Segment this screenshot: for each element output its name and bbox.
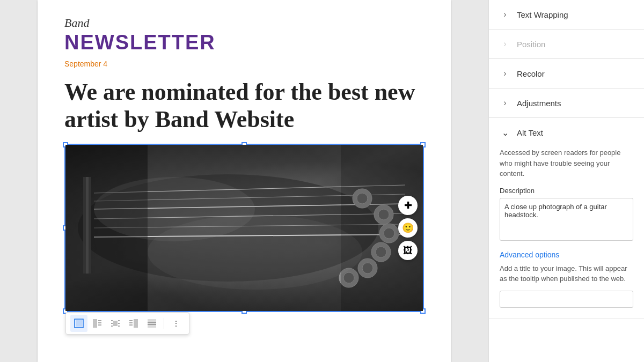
wrap-right-button[interactable] <box>125 315 142 332</box>
wrap-left-button[interactable] <box>89 315 106 332</box>
alt-text-header[interactable]: ⌄ Alt Text <box>489 118 644 147</box>
article-headline: We are nominated for the best new artist… <box>64 79 424 133</box>
recolor-label: Recolor <box>517 69 545 78</box>
band-block-title: NEWSLETTER <box>64 31 424 54</box>
text-wrapping-section: › Text Wrapping <box>489 0 644 29</box>
text-wrapping-header[interactable]: › Text Wrapping <box>489 0 644 29</box>
add-action-button[interactable]: ✚ <box>398 196 418 215</box>
adjustments-header[interactable]: › Adjustments <box>489 88 644 117</box>
band-script-title: Band <box>64 16 424 30</box>
description-textarea[interactable]: A close up photograph of a guitar headst… <box>500 198 633 241</box>
wrap-center-button[interactable] <box>107 315 124 332</box>
emoji-action-button[interactable]: 🙂 <box>398 218 418 238</box>
svg-point-27 <box>148 215 362 290</box>
position-section: › Position <box>489 29 644 59</box>
recolor-chevron-icon: › <box>500 69 510 78</box>
image-action-button[interactable]: 🖼 <box>398 241 418 260</box>
image-action-buttons: ✚ 🙂 🖼 <box>398 196 418 260</box>
alt-text-label: Alt Text <box>517 128 543 137</box>
toolbar-divider <box>164 318 164 329</box>
date-label: September 4 <box>64 60 424 68</box>
advanced-options-link[interactable]: Advanced options <box>500 250 633 259</box>
svg-rect-29 <box>76 320 82 327</box>
guitar-image: ✚ 🙂 🖼 <box>65 145 423 311</box>
recolor-header[interactable]: › Recolor <box>489 59 644 88</box>
alt-text-section: ⌄ Alt Text Accessed by screen readers fo… <box>489 118 644 319</box>
svg-rect-45 <box>148 319 156 328</box>
more-icon: ⋮ <box>172 319 180 328</box>
adjustments-chevron-icon: › <box>500 98 510 108</box>
adjustments-section: › Adjustments <box>489 88 644 118</box>
description-field-label: Description <box>500 187 633 195</box>
text-wrapping-label: Text Wrapping <box>517 10 568 19</box>
wrap-break-button[interactable] <box>143 315 160 332</box>
alt-text-description: Accessed by screen readers for people wh… <box>500 147 633 179</box>
text-wrapping-chevron-icon: › <box>500 10 510 19</box>
svg-rect-34 <box>113 321 118 326</box>
right-panel: › Text Wrapping › Position › Recolor › A… <box>488 0 644 362</box>
svg-rect-30 <box>93 319 97 328</box>
emoji-icon: 🙂 <box>402 222 414 234</box>
advanced-description: Add a title to your image. This will app… <box>500 263 633 284</box>
image-icon: 🖼 <box>403 245 413 256</box>
wrap-none-button[interactable] <box>70 315 87 332</box>
svg-rect-41 <box>134 319 138 328</box>
add-icon: ✚ <box>404 200 412 211</box>
image-toolbar: ⋮ <box>65 312 189 335</box>
editor-area: Band NEWSLETTER September 4 We are nomin… <box>0 0 488 362</box>
position-label: Position <box>517 40 545 49</box>
recolor-section: › Recolor <box>489 59 644 88</box>
title-input[interactable] <box>500 291 633 308</box>
more-options-button[interactable]: ⋮ <box>167 315 185 332</box>
document-page: Band NEWSLETTER September 4 We are nomin… <box>38 0 451 362</box>
position-chevron-icon: › <box>500 39 510 49</box>
alt-text-chevron-icon: ⌄ <box>500 128 510 138</box>
alt-text-body: Accessed by screen readers for people wh… <box>489 147 644 319</box>
adjustments-label: Adjustments <box>517 99 561 108</box>
position-header[interactable]: › Position <box>489 29 644 58</box>
image-container[interactable]: ✚ 🙂 🖼 <box>64 144 424 312</box>
